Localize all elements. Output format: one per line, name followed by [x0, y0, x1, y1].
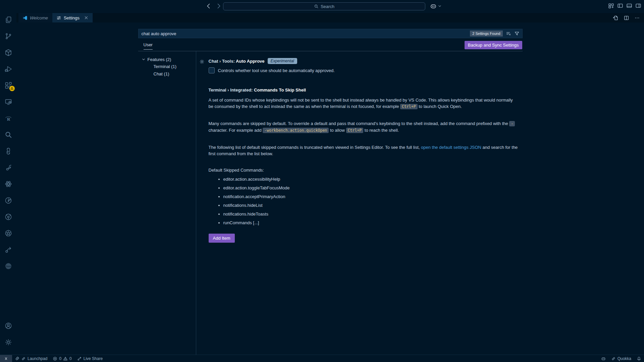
share-icon	[4, 246, 12, 254]
activity-item-search[interactable]	[4, 131, 12, 139]
inline-code: Ctrl+P	[346, 128, 364, 133]
scope-tab-user[interactable]: User	[144, 42, 153, 50]
settings-editor: 2 Settings Found User Backup and Sync Se…	[16, 22, 644, 355]
status-bar: Launchpad00Live Share Quokka	[0, 355, 644, 362]
add-item-button[interactable]: Add Item	[209, 234, 235, 243]
settings-sliders-icon	[56, 15, 61, 20]
status-quokka[interactable]: Quokka	[608, 355, 634, 362]
live-share-icon	[77, 356, 82, 361]
skipped-command: editor.action.toggleTabFocusMode	[223, 185, 519, 194]
activity-item-json[interactable]: Json	[4, 262, 12, 270]
status-label: 0	[69, 356, 72, 361]
activity-item-explorer[interactable]	[4, 16, 12, 24]
command-center-search[interactable]: Search	[223, 2, 425, 10]
auto-approve-description: Controls whether tool use should be auto…	[218, 68, 335, 73]
setting-edit-gear-icon[interactable]	[199, 59, 205, 64]
status-remote-indicator[interactable]	[0, 355, 12, 362]
status-label: 0	[59, 356, 61, 361]
tab-settings[interactable]: Settings	[52, 13, 93, 22]
close-tab-icon[interactable]	[84, 15, 89, 20]
description-text: Many commands are skipped by default. To…	[209, 121, 509, 126]
settings-search-input[interactable]	[139, 31, 470, 36]
filter-settings-icon[interactable]	[514, 31, 520, 36]
setting-description-paragraph: The following list of default skipped co…	[209, 144, 519, 157]
activity-item-package[interactable]	[4, 49, 12, 57]
chevron-down-icon	[437, 4, 442, 8]
setting-name: Auto Approve	[236, 59, 264, 64]
search-icon	[4, 131, 12, 139]
inline-code: -workbench.action.quickOpen	[263, 128, 329, 133]
error-icon	[53, 356, 57, 361]
inline-code: -	[509, 121, 515, 126]
activity-item-react[interactable]	[4, 180, 12, 188]
activity-item-python[interactable]	[4, 147, 12, 155]
panel-bottom-icon[interactable]	[626, 3, 632, 9]
tab-settings-label: Settings	[64, 15, 79, 20]
tab-welcome-label: Welcome	[30, 15, 48, 20]
status-label: Quokka	[618, 356, 631, 361]
more-actions-icon[interactable]	[634, 15, 640, 21]
setting-category: Terminal › Integrated:	[209, 87, 254, 93]
bell-icon	[637, 356, 641, 361]
clear-settings-search-icon[interactable]	[506, 31, 511, 36]
backup-sync-settings-button[interactable]: Backup and Sync Settings	[465, 41, 522, 49]
copilot-icon	[601, 356, 606, 361]
account-icon	[4, 322, 12, 330]
inline-code: Ctrl+P	[400, 104, 418, 109]
skipped-command: runCommands [...]	[223, 220, 519, 229]
navigate-forward-icon[interactable]	[215, 3, 222, 9]
status-live-share[interactable]: Live Share	[74, 355, 105, 362]
copilot-menu[interactable]	[430, 3, 442, 9]
activity-item-timeline[interactable]	[4, 196, 12, 204]
warning-badge: ⚠	[9, 86, 15, 91]
toc-item[interactable]: Terminal (1)	[138, 63, 196, 70]
activity-item-share[interactable]	[4, 246, 12, 254]
activity-item-r-language[interactable]: R	[4, 114, 12, 122]
description-text: The following list of default skipped co…	[209, 145, 421, 150]
tab-welcome[interactable]: Welcome	[18, 13, 52, 22]
settings-toc: Features (2) Terminal (1)Chat (1)	[138, 51, 196, 355]
skipped-command: editor.action.accessibilityHelp	[223, 177, 519, 185]
activity-item-remote-explorer[interactable]	[4, 98, 12, 106]
status-label: Live Share	[84, 356, 103, 361]
panel-right-icon[interactable]	[635, 3, 641, 9]
setting-name: Commands To Skip Shell	[254, 87, 306, 93]
activity-item-github[interactable]	[4, 213, 12, 221]
status-launchpad[interactable]: Launchpad	[12, 355, 50, 362]
skipped-command: notification.acceptPrimaryAction	[223, 194, 519, 203]
auto-approve-checkbox[interactable]	[209, 67, 215, 73]
editor-actions	[613, 13, 640, 22]
github-icon	[4, 213, 12, 221]
status-notifications[interactable]	[634, 355, 644, 362]
activity-item-extensions[interactable]: ⚠	[4, 81, 12, 89]
skipped-command: notifications.hideList	[223, 203, 519, 212]
open-settings-json-icon[interactable]	[613, 15, 619, 21]
navigate-back-icon[interactable]	[205, 3, 212, 9]
status-problems[interactable]: 00	[50, 355, 74, 362]
customize-layout-icon[interactable]	[608, 3, 614, 9]
activity-item-account[interactable]	[4, 322, 12, 330]
panel-left-icon[interactable]	[617, 3, 623, 9]
description-text: to allow	[329, 128, 346, 133]
search-placeholder: Search	[321, 4, 334, 9]
toc-item-features[interactable]: Features (2)	[138, 56, 196, 63]
status-copilot-status[interactable]	[598, 355, 608, 362]
activity-item-kubernetes[interactable]	[4, 229, 12, 237]
editor-tab-bar: Welcome Settings	[16, 13, 644, 22]
activity-item-settings-gear[interactable]	[4, 338, 12, 346]
split-editor-icon[interactable]	[624, 15, 629, 21]
settings-json-link[interactable]: open the default settings JSON	[421, 145, 481, 150]
status-label: Launchpad	[28, 356, 47, 361]
skipped-commands-label: Default Skipped Commands:	[209, 168, 519, 173]
description-text: character. For example add	[209, 128, 263, 133]
remote-explorer-icon	[4, 98, 12, 106]
activity-item-plant[interactable]	[4, 164, 12, 172]
r-language-icon: R	[4, 114, 12, 122]
activity-item-source-control[interactable]	[4, 32, 12, 40]
toc-item[interactable]: Chat (1)	[138, 70, 196, 78]
settings-gear-icon	[4, 338, 12, 346]
chevron-down-icon	[141, 57, 146, 62]
activity-item-run-debug[interactable]	[4, 65, 12, 73]
settings-scope-row: User Backup and Sync Settings	[138, 40, 523, 51]
description-text: to launch Quick Open.	[418, 104, 462, 109]
